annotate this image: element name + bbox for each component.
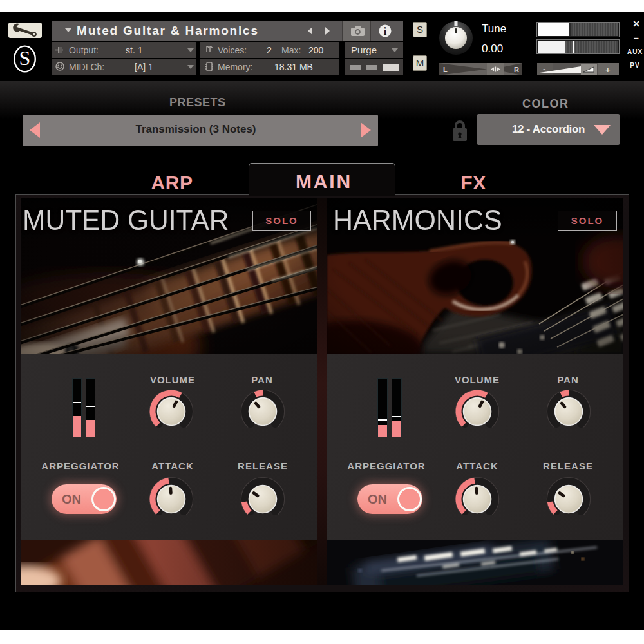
svg-text:+: + (605, 65, 611, 75)
svg-text:i: i (384, 26, 387, 37)
svg-text:R: R (514, 66, 519, 73)
svg-text:S: S (19, 46, 31, 70)
svg-text:-: - (543, 64, 545, 74)
svg-text:L: L (443, 66, 448, 73)
